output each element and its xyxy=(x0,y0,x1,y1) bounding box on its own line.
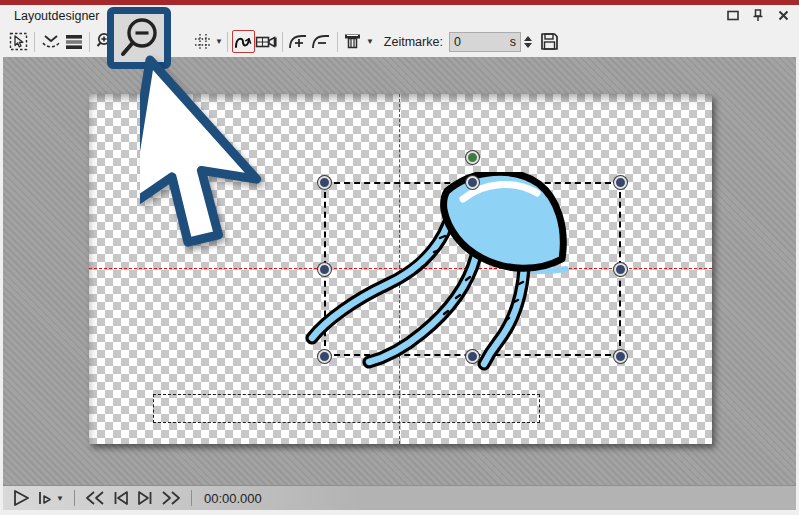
spinner-up-button[interactable] xyxy=(524,36,532,41)
zeitmarke-label: Zeitmarke: xyxy=(384,35,443,49)
next-frame-button[interactable] xyxy=(133,487,157,509)
double-chevron-right-icon xyxy=(161,490,181,506)
zeitmarke-unit: s xyxy=(510,35,516,49)
layers-button[interactable] xyxy=(62,30,85,53)
double-chevron-left-icon xyxy=(85,490,105,506)
play-dropdown-caret[interactable]: ▼ xyxy=(56,494,64,503)
selection-handle-top-left[interactable] xyxy=(318,176,331,189)
timemark-flag-button[interactable] xyxy=(342,30,365,53)
floppy-disk-icon xyxy=(540,32,559,51)
selection-handle-top-center[interactable] xyxy=(466,176,479,189)
transport-separator xyxy=(191,490,192,506)
step-forward-icon xyxy=(137,490,153,506)
marquee-arrow-icon xyxy=(9,32,28,51)
text-placeholder-box[interactable] xyxy=(153,394,540,423)
curve-plus-icon xyxy=(288,33,308,50)
zeitmarke-field: s xyxy=(449,32,521,52)
zeitmarke-spinner xyxy=(524,36,532,48)
rotate-handle[interactable] xyxy=(466,151,479,164)
skip-back-button[interactable] xyxy=(81,487,109,509)
grid-dropdown-caret[interactable]: ▼ xyxy=(215,37,223,46)
zeitmarke-input[interactable] xyxy=(454,35,508,49)
selection-handle-middle-left[interactable] xyxy=(318,263,331,276)
smooth-curve-button[interactable] xyxy=(39,30,62,53)
previous-frame-button[interactable] xyxy=(109,487,133,509)
window-title: Layoutdesigner xyxy=(14,9,99,23)
selection-handle-middle-right[interactable] xyxy=(614,263,627,276)
toolbar-separator xyxy=(337,32,338,52)
curve-minus-icon xyxy=(311,33,331,50)
toolbar-separator xyxy=(227,32,228,52)
stacked-bars-icon xyxy=(65,34,83,50)
close-button[interactable] xyxy=(775,8,791,24)
maximize-button[interactable] xyxy=(725,8,741,24)
mouse-cursor xyxy=(140,50,315,265)
select-tool-button[interactable] xyxy=(7,30,30,53)
transport-separator xyxy=(74,490,75,506)
spinner-down-button[interactable] xyxy=(524,43,532,48)
maximize-icon xyxy=(727,10,739,21)
flag-icon xyxy=(344,33,362,51)
timemark-dropdown-caret[interactable]: ▼ xyxy=(366,37,374,46)
close-icon xyxy=(778,10,789,21)
pin-button[interactable] xyxy=(750,8,766,24)
time-display: 00:00.000 xyxy=(204,491,262,506)
squiggle-icon xyxy=(234,34,252,50)
pin-icon xyxy=(752,9,764,22)
step-back-icon xyxy=(113,490,129,506)
workspace xyxy=(3,57,796,485)
window-bottom-border xyxy=(0,510,799,515)
toolbar-separator xyxy=(34,32,35,52)
grid-icon xyxy=(194,33,212,51)
jellyfish-image[interactable] xyxy=(298,172,588,382)
double-chevron-wave-icon xyxy=(41,33,61,51)
toolbar-separator xyxy=(89,32,90,52)
play-button[interactable] xyxy=(9,487,34,509)
window-controls xyxy=(725,5,791,26)
play-from-icon xyxy=(38,490,52,506)
toolbar-separator xyxy=(282,32,283,52)
play-icon xyxy=(13,489,30,507)
video-camera-icon xyxy=(255,34,277,50)
layoutdesigner-window: Layoutdesigner xyxy=(0,0,799,515)
selection-handle-top-right[interactable] xyxy=(614,176,627,189)
transport-bar: ▼ 00:00.000 xyxy=(3,485,796,510)
selection-handle-bottom-center[interactable] xyxy=(466,350,479,363)
skip-forward-button[interactable] xyxy=(157,487,185,509)
play-from-position-button[interactable]: ▼ xyxy=(34,487,68,509)
save-button[interactable] xyxy=(538,30,561,53)
selection-handle-bottom-right[interactable] xyxy=(614,350,627,363)
selection-handle-bottom-left[interactable] xyxy=(318,350,331,363)
